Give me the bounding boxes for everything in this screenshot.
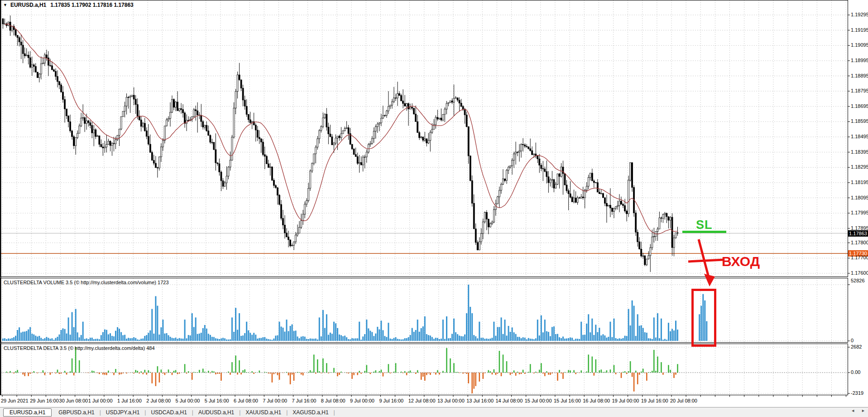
tab-audusd-a-h1[interactable]: AUDUSD.a,H1 bbox=[193, 409, 239, 416]
tab-eurusd-a-h1[interactable]: EURUSD.a,H1 bbox=[3, 408, 52, 417]
time-axis-label: 30 Jun 08:00 bbox=[59, 398, 88, 404]
time-axis-label: 6 Jul 08:00 bbox=[234, 398, 258, 404]
volume-axis-min-label: 0 bbox=[851, 338, 854, 344]
time-axis-label: 29 Jun 2021 bbox=[1, 398, 29, 404]
chart-symbol-period: EURUSD.a,H1 bbox=[10, 2, 46, 8]
delta-axis-zero-label: 0.00 bbox=[851, 369, 860, 375]
price-axis-label: 1.18295 bbox=[851, 164, 868, 170]
chart-ohlc-values: 1.17835 1.17902 1.17816 1.17863 bbox=[50, 2, 134, 8]
time-axis-label: 2 Jul 08:00 bbox=[146, 398, 171, 404]
stop-loss-annotation[interactable]: SL bbox=[696, 218, 713, 232]
tab-scroll-left-icon[interactable]: ◄ bbox=[851, 408, 855, 413]
time-axis-label: 7 Jul 16:00 bbox=[292, 398, 317, 404]
time-axis-label: 29 Jun 16:00 bbox=[30, 398, 59, 404]
time-axis-label: 1 Jul 16:00 bbox=[117, 398, 142, 404]
time-axis-label: 1 Jul 00:00 bbox=[88, 398, 113, 404]
volume-indicator-header: CLUSTERDELTA VOLUME 3.5 (© http://my.clu… bbox=[4, 280, 169, 285]
tab-gbpusd-a-h1[interactable]: GBPUSD.a,H1 bbox=[53, 409, 99, 416]
time-axis-label: 5 Jul 00:00 bbox=[176, 398, 200, 404]
delta-axis-min-label: -2319 bbox=[851, 390, 863, 396]
tab-xauusd-a-h1[interactable]: XAUUSD.a,H1 bbox=[240, 409, 286, 416]
delta-indicator-header: CLUSTERDELTA DELTA 3.5 (© http://my.clus… bbox=[4, 345, 155, 351]
volume-axis-max-label: 52826 bbox=[851, 278, 865, 284]
tab-usdjpy-a-h1[interactable]: USDJPY.a,H1 bbox=[101, 409, 144, 416]
time-axis-label: 5 Jul 16:00 bbox=[205, 398, 229, 404]
time-axis-label: 13 Jul 16:00 bbox=[466, 398, 494, 404]
tab-scroll-arrows: ◄ ► bbox=[851, 408, 865, 413]
symbol-tab-bar: EURUSD.a,H1GBPUSD.a,H1|USDJPY.a,H1|USDCA… bbox=[0, 407, 868, 417]
time-axis-label: 15 Jul 16:00 bbox=[554, 398, 581, 404]
tab-usdcad-a-h1[interactable]: USDCAD.a,H1 bbox=[146, 409, 192, 416]
price-axis-label: 1.17700 bbox=[851, 255, 868, 261]
chart-canvas[interactable] bbox=[0, 0, 868, 417]
price-axis-label: 1.18195 bbox=[851, 179, 868, 185]
time-axis-label: 7 Jul 00:00 bbox=[263, 398, 287, 404]
price-axis-label: 1.19295 bbox=[851, 12, 868, 18]
tab-separator: | bbox=[334, 409, 335, 416]
price-axis-label: 1.18895 bbox=[851, 73, 868, 79]
current-price-badge: 1.17863 bbox=[848, 230, 868, 237]
chart-title: ▼ EURUSD.a,H1 1.17835 1.17902 1.17816 1.… bbox=[3, 2, 134, 8]
time-axis-label: 20 Jul 08:00 bbox=[670, 398, 697, 404]
price-axis-label: 1.18795 bbox=[851, 88, 868, 94]
price-axis-label: 1.18595 bbox=[851, 118, 868, 124]
tab-xagusd-a-h1[interactable]: XAGUSD.a,H1 bbox=[288, 409, 333, 416]
price-axis-label: 1.17800 bbox=[851, 240, 868, 246]
tab-scroll-right-icon[interactable]: ► bbox=[861, 408, 865, 413]
time-axis-label: 13 Jul 00:00 bbox=[437, 398, 465, 404]
time-axis-label: 8 Jul 08:00 bbox=[321, 398, 345, 404]
price-axis-label: 1.18095 bbox=[851, 195, 868, 201]
time-axis-label: 15 Jul 00:00 bbox=[525, 398, 552, 404]
entry-annotation[interactable]: ВХОД bbox=[722, 254, 760, 269]
delta-axis-max-label: 2682 bbox=[851, 344, 862, 350]
price-axis-label: 1.17995 bbox=[851, 210, 868, 216]
time-axis-label: 14 Jul 08:00 bbox=[495, 398, 523, 404]
price-axis-label: 1.17895 bbox=[851, 225, 868, 231]
price-axis-label: 1.18395 bbox=[851, 149, 868, 155]
mt4-chart-window: ▼ EURUSD.a,H1 1.17835 1.17902 1.17816 1.… bbox=[0, 0, 868, 417]
time-axis-label: 9 Jul 00:00 bbox=[350, 398, 374, 404]
time-axis-label: 19 Jul 00:00 bbox=[612, 398, 639, 404]
price-axis-label: 1.17600 bbox=[851, 270, 868, 276]
time-axis-label: 9 Jul 16:00 bbox=[379, 398, 403, 404]
time-axis-label: 19 Jul 16:00 bbox=[641, 398, 668, 404]
price-axis-label: 1.18695 bbox=[851, 103, 868, 109]
price-axis-label: 1.19095 bbox=[851, 42, 868, 48]
time-axis-label: 12 Jul 08:00 bbox=[408, 398, 436, 404]
price-axis-label: 1.18495 bbox=[851, 134, 868, 140]
symbol-dropdown-icon[interactable]: ▼ bbox=[3, 3, 7, 7]
price-axis-label: 1.18995 bbox=[851, 58, 868, 63]
price-axis-label: 1.19195 bbox=[851, 27, 868, 33]
time-axis-label: 16 Jul 08:00 bbox=[583, 398, 610, 404]
